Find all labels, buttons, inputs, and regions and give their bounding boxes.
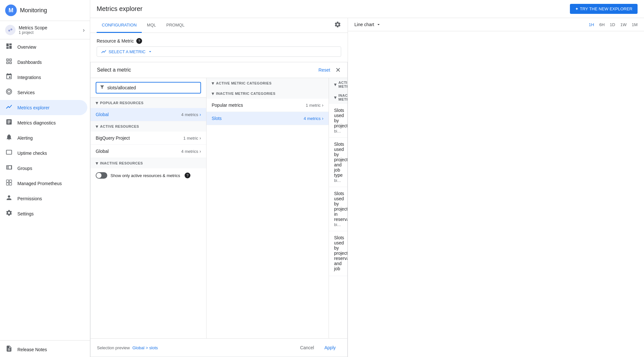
inactive-categories-header: ▾ INACTIVE METRIC CATEGORIES bbox=[207, 88, 329, 99]
sidebar-item-release-notes[interactable]: Release Notes bbox=[0, 342, 87, 357]
tab-configuration[interactable]: CONFIGURATION bbox=[97, 18, 142, 33]
resource-metric-help-icon[interactable]: ? bbox=[136, 38, 142, 44]
app-name: Monitoring bbox=[20, 7, 47, 14]
active-only-toggle[interactable] bbox=[96, 172, 107, 179]
apply-button[interactable]: Apply bbox=[319, 342, 341, 353]
time-opt-1h[interactable]: 1H bbox=[589, 22, 594, 27]
time-opt-1d[interactable]: 1D bbox=[610, 22, 615, 27]
sidebar-item-groups[interactable]: Groups bbox=[0, 161, 87, 176]
category-item-slots[interactable]: Slots 4 metrics › bbox=[207, 112, 329, 125]
sidebar-item-integrations[interactable]: Integrations bbox=[0, 70, 87, 85]
metrics-scope-section[interactable]: Metrics Scope 1 project › bbox=[0, 21, 90, 39]
resource-count-global-active: 4 metrics bbox=[181, 149, 198, 154]
sidebar-item-label-permissions: Permissions bbox=[17, 196, 42, 201]
metrics-scope-info: Metrics Scope 1 project bbox=[19, 25, 80, 35]
metric-name-4: Slots used by project, reservation, and … bbox=[334, 235, 342, 271]
metric-item-slots-by-job-type[interactable]: Slots used by project and job type bigqu… bbox=[329, 138, 347, 187]
inactive-categories-label: INACTIVE METRIC CATEGORIES bbox=[216, 92, 276, 95]
resources-column: ▾ POPULAR RESOURCES Global 4 metrics › ▾ bbox=[91, 78, 207, 338]
time-opt-6h[interactable]: 6H bbox=[599, 22, 605, 27]
chevron-right-icon: › bbox=[83, 27, 85, 34]
popular-metrics-count: 1 metric bbox=[306, 103, 321, 108]
sidebar-item-uptime-checks[interactable]: Uptime checks bbox=[0, 145, 87, 161]
popular-metrics-name: Popular metrics bbox=[212, 103, 306, 108]
config-panel: CONFIGURATION MQL PROMQL Resource & Metr… bbox=[90, 18, 348, 357]
svg-rect-6 bbox=[6, 183, 9, 185]
sidebar-item-label-managed-prometheus: Managed Prometheus bbox=[17, 181, 62, 186]
monitoring-logo: M bbox=[5, 5, 17, 16]
svg-point-3 bbox=[11, 29, 12, 30]
sidebar-item-label-release-notes: Release Notes bbox=[17, 347, 47, 352]
metric-selector-dialog: Select a metric Reset ✕ bbox=[90, 62, 348, 357]
time-options: 1H 6H 1D 1W 1M bbox=[589, 22, 638, 27]
sidebar-item-services[interactable]: Services bbox=[0, 85, 87, 100]
resources-list: ▾ POPULAR RESOURCES Global 4 metrics › ▾ bbox=[91, 98, 206, 338]
sidebar-item-label-services: Services bbox=[17, 90, 35, 95]
resource-item-global-popular[interactable]: Global 4 metrics › bbox=[91, 108, 206, 121]
main-content: Metrics explorer ✦ TRY THE NEW EXPLORER … bbox=[90, 0, 644, 357]
resource-item-global-active[interactable]: Global 4 metrics › bbox=[91, 145, 206, 158]
sidebar-item-managed-prometheus[interactable]: Managed Prometheus bbox=[0, 176, 87, 191]
page-title: Metrics explorer bbox=[97, 5, 565, 13]
popular-resources-label: POPULAR RESOURCES bbox=[100, 101, 144, 105]
chevron-down-icon: ▾ bbox=[96, 100, 98, 105]
slots-category-count: 4 metrics bbox=[304, 116, 321, 121]
sidebar-item-metrics-diagnostics[interactable]: Metrics diagnostics bbox=[0, 115, 87, 130]
reset-link[interactable]: Reset bbox=[318, 67, 330, 73]
toggle-knob bbox=[96, 173, 101, 178]
search-input[interactable] bbox=[107, 85, 197, 90]
permissions-icon bbox=[5, 194, 13, 203]
svg-point-2 bbox=[9, 30, 10, 31]
sidebar-item-label-settings: Settings bbox=[17, 211, 34, 216]
metric-item-slots-in-reservation[interactable]: Slots used by project in reservation big… bbox=[329, 187, 347, 231]
toggle-help-icon[interactable]: ? bbox=[185, 173, 190, 178]
tab-promql[interactable]: PROMQL bbox=[161, 18, 189, 33]
sidebar-item-label-groups: Groups bbox=[17, 166, 32, 171]
sidebar-item-metrics-explorer[interactable]: Metrics explorer bbox=[0, 100, 87, 115]
metric-name-1: Slots used by project bbox=[334, 108, 342, 128]
sidebar-item-label-dashboards: Dashboards bbox=[17, 60, 42, 65]
categories-column: ▾ ACTIVE METRIC CATEGORIES ▾ INACTIVE ME… bbox=[207, 78, 329, 338]
chevron-right-icon: › bbox=[322, 116, 323, 121]
metric-selector-header: Select a metric Reset ✕ bbox=[91, 62, 347, 78]
settings-gear-icon[interactable] bbox=[334, 21, 341, 30]
sidebar-item-dashboards[interactable]: Dashboards bbox=[0, 55, 87, 70]
chart-type-selector[interactable]: Line chart bbox=[354, 22, 381, 27]
close-button[interactable]: ✕ bbox=[335, 66, 341, 74]
sidebar-header: M Monitoring bbox=[0, 0, 90, 21]
resource-item-bigquery-project[interactable]: BigQuery Project 1 metric › bbox=[91, 132, 206, 145]
metrics-scope-icon bbox=[5, 25, 15, 35]
selection-preview-bar: Selection preview Global > slots Cancel … bbox=[91, 338, 347, 357]
metrics-diagnostics-icon bbox=[5, 118, 13, 127]
time-opt-1w[interactable]: 1W bbox=[620, 22, 627, 27]
try-new-explorer-button[interactable]: ✦ TRY THE NEW EXPLORER bbox=[570, 4, 638, 14]
alerting-icon bbox=[5, 134, 13, 142]
cancel-button[interactable]: Cancel bbox=[295, 342, 319, 353]
metric-selector-title: Select a metric bbox=[97, 67, 318, 73]
tab-mql[interactable]: MQL bbox=[142, 18, 161, 33]
sidebar-item-settings[interactable]: Settings bbox=[0, 206, 87, 221]
metrics-column: ▾ ACTIVE METRICS ▾ INACTIVE METRICS Slot… bbox=[329, 78, 347, 338]
chevron-right-icon: › bbox=[322, 103, 323, 108]
time-opt-1m[interactable]: 1M bbox=[632, 22, 638, 27]
filter-icon bbox=[100, 84, 105, 91]
chevron-down-icon: ▾ bbox=[96, 161, 98, 166]
inactive-metrics-label: INACTIVE METRICS bbox=[339, 94, 348, 101]
active-resources-header: ▾ ACTIVE RESOURCES bbox=[91, 121, 206, 132]
metric-path-2: bigquery.googleapis.com/slots/allocated_… bbox=[334, 178, 342, 183]
chart-type-label: Line chart bbox=[354, 22, 374, 27]
category-item-popular-metrics[interactable]: Popular metrics 1 metric › bbox=[207, 99, 329, 112]
groups-icon bbox=[5, 164, 13, 173]
metric-selector-body: ▾ POPULAR RESOURCES Global 4 metrics › ▾ bbox=[91, 78, 347, 338]
metric-item-slots-used-by-project[interactable]: Slots used by project bigquery.googleapi… bbox=[329, 104, 347, 138]
sidebar-item-alerting[interactable]: Alerting bbox=[0, 130, 87, 145]
toggle-row: Show only active resources & metrics ? bbox=[91, 168, 206, 183]
sidebar-item-permissions[interactable]: Permissions bbox=[0, 191, 87, 206]
select-metric-button[interactable]: SELECT A METRIC bbox=[97, 46, 341, 57]
categories-list: ▾ ACTIVE METRIC CATEGORIES ▾ INACTIVE ME… bbox=[207, 78, 329, 338]
preview-label: Selection preview bbox=[97, 345, 130, 350]
svg-rect-4 bbox=[6, 180, 9, 182]
chart-toolbar: Line chart 1H 6H 1D 1W 1M bbox=[348, 18, 644, 31]
metric-item-slots-reservation-and-job[interactable]: Slots used by project, reservation, and … bbox=[329, 231, 347, 276]
sidebar-item-overview[interactable]: Overview bbox=[0, 39, 87, 55]
